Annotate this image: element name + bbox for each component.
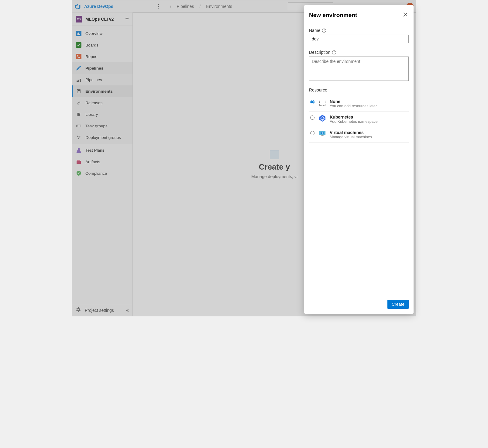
name-label-text: Name (309, 28, 320, 33)
panel-footer: Create (309, 296, 409, 309)
svg-rect-37 (322, 135, 323, 136)
environment-description-input[interactable] (309, 57, 409, 81)
kubernetes-icon (319, 115, 326, 122)
app-root: Azure DevOps ⋯ / Pipelines / Environment… (72, 0, 416, 316)
svg-rect-36 (321, 136, 323, 136)
radio-vm[interactable] (310, 131, 314, 135)
info-icon[interactable]: i (332, 50, 336, 54)
resource-title: None (330, 99, 377, 104)
resource-title: Kubernetes (330, 115, 378, 119)
none-resource-icon (319, 99, 326, 106)
name-field-label: Name i (309, 28, 409, 33)
description-label-text: Description (309, 50, 330, 55)
create-button[interactable]: Create (387, 300, 409, 309)
radio-kubernetes[interactable] (310, 115, 314, 120)
panel-title: New environment (309, 12, 357, 19)
description-field-label: Description i (309, 50, 409, 55)
panel-header: New environment (309, 11, 409, 19)
vm-icon (319, 130, 326, 137)
info-icon[interactable]: i (322, 29, 326, 33)
new-environment-panel: New environment Name i Description i Res… (304, 5, 414, 314)
environment-name-input[interactable] (309, 35, 409, 43)
resource-option-none[interactable]: None You can add resources later (309, 96, 409, 112)
resource-subtitle: You can add resources later (330, 104, 377, 108)
resource-subtitle: Manage virtual machines (330, 135, 372, 139)
resource-option-kubernetes[interactable]: Kubernetes Add Kubernetes namespace (309, 112, 409, 127)
resource-subtitle: Add Kubernetes namespace (330, 119, 378, 124)
close-icon[interactable] (402, 11, 409, 19)
resource-option-vm[interactable]: Virtual machines Manage virtual machines (309, 127, 409, 143)
resource-title: Virtual machines (330, 130, 372, 135)
radio-none[interactable] (310, 100, 314, 104)
resource-section-label: Resource (309, 88, 409, 92)
